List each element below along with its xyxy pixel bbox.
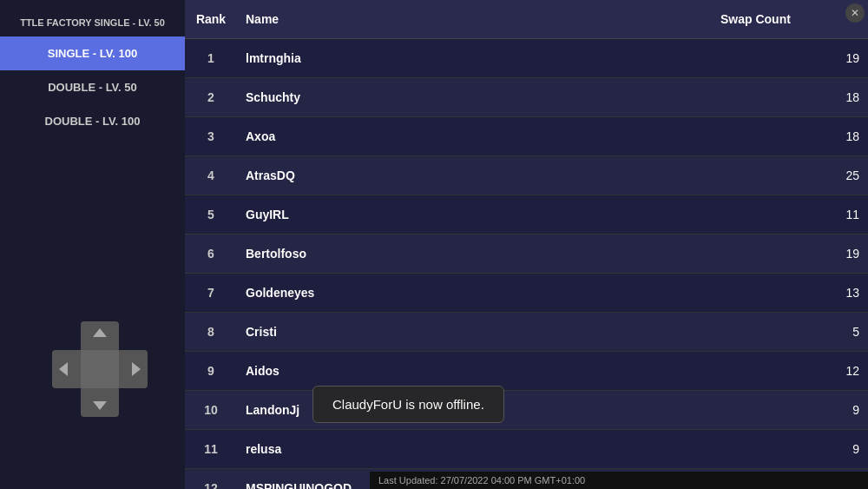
main-content: Rank Name Swap Count 1 lmtrnghia 19 2 Sc… <box>185 0 868 489</box>
table-row: 7 Goldeneyes 13 <box>185 274 868 313</box>
row-name: GuyIRL <box>237 195 660 234</box>
row-rank: 8 <box>185 313 237 351</box>
sidebar-item-single-100[interactable]: SINGLE - LV. 100 <box>0 36 185 70</box>
row-swap-spacer <box>660 124 816 149</box>
row-name: Cristi <box>237 313 660 351</box>
row-swap-count: 25 <box>816 156 868 195</box>
table-row: 9 Aidos 12 <box>185 352 868 391</box>
row-name: AtrasDQ <box>237 156 660 195</box>
row-rank: 11 <box>185 430 237 468</box>
row-rank: 12 <box>185 469 237 489</box>
table-row: 10 LandonJj 9 <box>185 391 868 430</box>
table-header: Rank Name Swap Count <box>185 0 868 39</box>
close-icon: ✕ <box>851 7 859 19</box>
row-name: Schuchty <box>237 78 660 116</box>
row-swap-spacer <box>660 163 816 188</box>
row-rank: 2 <box>185 78 237 116</box>
footer: Last Updated: 27/07/2022 04:00 PM GMT+01… <box>370 472 868 489</box>
dpad <box>52 321 148 417</box>
header-swap-count: Swap Count <box>712 0 868 38</box>
row-name: relusa <box>237 430 660 468</box>
leaderboard-table: Rank Name Swap Count 1 lmtrnghia 19 2 Sc… <box>185 0 868 489</box>
row-swap-spacer <box>660 359 816 383</box>
sidebar-item-double-100[interactable]: DOUBLE - LV. 100 <box>0 104 185 138</box>
row-swap-count: 13 <box>816 274 868 312</box>
toast-notification: ClaudyForU is now offline. <box>312 386 504 423</box>
sidebar-title: TTLE FACTORY SINGLE - LV. 50 <box>0 9 185 36</box>
row-rank: 4 <box>185 156 237 195</box>
row-swap-count: 12 <box>816 352 868 390</box>
dpad-left-arrow[interactable] <box>59 362 68 376</box>
table-row: 1 lmtrnghia 19 <box>185 39 868 78</box>
row-name: lmtrnghia <box>237 39 660 77</box>
row-swap-spacer <box>660 281 816 305</box>
table-row: 5 GuyIRL 11 <box>185 195 868 235</box>
row-rank: 9 <box>185 352 237 390</box>
row-rank: 10 <box>185 391 237 429</box>
row-name: Bertolfoso <box>237 235 660 273</box>
row-swap-count: 11 <box>816 195 868 234</box>
row-swap-count: 19 <box>816 235 868 273</box>
header-name: Name <box>237 0 712 38</box>
row-swap-spacer <box>660 437 816 461</box>
row-swap-count: 9 <box>816 430 868 468</box>
row-swap-count: 5 <box>816 313 868 351</box>
table-row: 11 relusa 9 <box>185 430 868 469</box>
table-row: 8 Cristi 5 <box>185 313 868 352</box>
row-swap-spacer <box>660 85 816 109</box>
last-updated-text: Last Updated: 27/07/2022 04:00 PM GMT+01… <box>378 475 585 486</box>
row-swap-count: 18 <box>816 117 868 155</box>
table-body: 1 lmtrnghia 19 2 Schuchty 18 3 Axoa 18 4… <box>185 39 868 489</box>
row-swap-spacer <box>660 320 816 344</box>
sidebar-item-double-50[interactable]: DOUBLE - LV. 50 <box>0 70 185 104</box>
row-swap-spacer <box>660 398 816 422</box>
dpad-down-arrow[interactable] <box>93 401 107 410</box>
row-rank: 5 <box>185 195 237 234</box>
dpad-up-arrow[interactable] <box>93 328 107 337</box>
row-name: Aidos <box>237 352 660 390</box>
row-name: Axoa <box>237 117 660 155</box>
table-row: 4 AtrasDQ 25 <box>185 156 868 195</box>
row-swap-spacer <box>660 202 816 227</box>
row-swap-spacer <box>660 46 816 70</box>
row-rank: 7 <box>185 274 237 312</box>
row-swap-count: 9 <box>816 391 868 429</box>
row-rank: 6 <box>185 235 237 273</box>
sidebar: TTLE FACTORY SINGLE - LV. 50 SINGLE - LV… <box>0 0 185 489</box>
table-row: 6 Bertolfoso 19 <box>185 235 868 274</box>
dpad-right-arrow[interactable] <box>132 362 141 376</box>
row-rank: 1 <box>185 39 237 77</box>
close-button[interactable]: ✕ <box>845 3 865 23</box>
row-name: Goldeneyes <box>237 274 660 312</box>
toast-message: ClaudyForU is now offline. <box>332 397 484 412</box>
table-row: 3 Axoa 18 <box>185 117 868 156</box>
row-swap-spacer <box>660 241 816 266</box>
row-swap-count: 18 <box>816 78 868 116</box>
row-rank: 3 <box>185 117 237 155</box>
table-row: 2 Schuchty 18 <box>185 78 868 117</box>
header-rank: Rank <box>185 0 237 38</box>
row-swap-count: 19 <box>816 39 868 77</box>
